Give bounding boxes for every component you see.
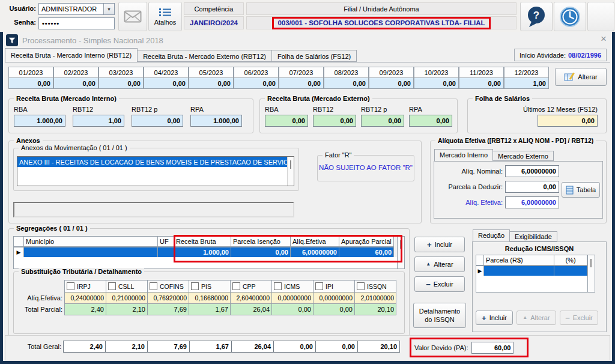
- col-aliq-efetiva: Alíq.Efetiva: [290, 236, 339, 247]
- total-parcial-row-label: Total Parcial:: [14, 306, 62, 313]
- reducao-grid-body: [476, 276, 588, 293]
- aliq-efetiva-cell: 2,60400000: [230, 292, 272, 304]
- month-header: 06/2023: [234, 67, 279, 78]
- month-header: 02/2023: [53, 67, 98, 78]
- excluir-reducao-button[interactable]: −Excluir: [560, 311, 598, 325]
- cell-municipio: [23, 247, 158, 258]
- aliq-efetiva-cell: 2,01000000: [354, 292, 396, 304]
- field-label: RBT12 p: [361, 106, 404, 113]
- alterar-segregacao-button[interactable]: ▲Alterar: [414, 256, 465, 272]
- chevron-down-icon[interactable]: ▼: [103, 4, 114, 14]
- excluir-segregacao-button[interactable]: −Excluir: [414, 276, 465, 292]
- anexos-listbox[interactable]: ANEXO III - RECEITAS DE LOCACAO DE BENS …: [17, 156, 294, 186]
- month-header: 05/2023: [189, 67, 234, 78]
- cell-aliq-efetiva: 6,00000000: [290, 247, 339, 258]
- total-parcial-cell: 26,04: [230, 303, 272, 315]
- shortcuts-button[interactable]: Atalhos: [148, 2, 182, 31]
- clock-button[interactable]: [554, 2, 586, 31]
- password-field[interactable]: ••••••: [38, 17, 115, 29]
- filial-label: Filial / Unidade Autônoma: [246, 2, 517, 15]
- tab-mercado-interno[interactable]: Receita Bruta - Mercado Interno (RBT12): [5, 48, 138, 62]
- segregacoes-selected-row[interactable]: ▶ 1.000,00 0,00 6,00000000 60,00: [13, 247, 394, 258]
- app-screen: Usuário: ADMINISTRADOR ▼ Senha: •••••• A…: [0, 0, 615, 364]
- tax-checkbox[interactable]: [67, 282, 74, 290]
- tax-label: PIS: [201, 283, 211, 290]
- anexo-selected-item[interactable]: ANEXO III - RECEITAS DE LOCACAO DE BENS …: [17, 157, 294, 167]
- close-icon[interactable]: ×: [598, 33, 609, 45]
- tax-checkbox[interactable]: [357, 282, 365, 290]
- month-header: 08/2023: [324, 67, 369, 78]
- reducao-selected-row[interactable]: ▶: [476, 265, 587, 276]
- triangle-icon: ▲: [426, 262, 431, 267]
- tab-reducao[interactable]: Redução: [473, 229, 510, 241]
- segregacoes-scrollbar[interactable]: [397, 236, 405, 269]
- cell-uf: [157, 247, 174, 258]
- month-value: 0,00: [189, 77, 234, 89]
- detalhamento-issqn-button[interactable]: Detalhamento do ISSQN: [413, 303, 466, 328]
- field-label: RBT12: [73, 106, 124, 113]
- tax-checkbox[interactable]: [232, 282, 240, 290]
- total-geral-cell: 20,10: [357, 341, 400, 353]
- tax-checkbox[interactable]: [315, 282, 323, 290]
- fs12-label: Últimos 12 Meses (FS12): [523, 106, 598, 113]
- filial-panel: 003/001 - SOFOLHA SOLUCOES CORPORATIVAS …: [246, 16, 517, 29]
- field-value: 1.000,00: [190, 115, 242, 127]
- group-folha-salarios: Folha de Salários Últimos 12 Meses (FS12…: [467, 99, 607, 133]
- parcela-deduzir-value: 0,00: [505, 181, 559, 193]
- tab-aliq-mercado-externo[interactable]: Mercado Externo: [493, 151, 554, 161]
- tab-exigibilidade[interactable]: Exigibilidade: [510, 231, 557, 241]
- clock-icon: [559, 5, 581, 28]
- field-label: RBT12 p: [132, 106, 183, 113]
- aliq-efetiva-value: 6,00000000: [505, 196, 559, 208]
- month-value: 0,00: [414, 77, 459, 89]
- field-label: RBA: [14, 106, 65, 113]
- alterar-months-button[interactable]: Alterar: [555, 68, 607, 86]
- col-receita-bruta: Receita Bruta: [174, 236, 231, 247]
- total-geral-cell: 2,40: [63, 341, 106, 353]
- reducao-title: Redução ICMS/ISSQN: [473, 242, 606, 252]
- help-button[interactable]: ?: [520, 2, 553, 31]
- tax-checkbox[interactable]: [274, 282, 282, 290]
- tax-header-row: IRPJ CSLL COFINS PIS CPP: [65, 280, 396, 293]
- alterar-reducao-button[interactable]: ▲Alterar: [517, 311, 556, 325]
- valor-devido-highlight-box: Valor Devido (PA): 60,00: [410, 338, 529, 357]
- mail-button[interactable]: [118, 2, 147, 31]
- user-dropdown[interactable]: ADMINISTRADOR ▼: [38, 3, 115, 15]
- aliq-efetiva-cell: 0,00000000: [271, 292, 314, 304]
- tabela-label: Tabela: [577, 186, 596, 193]
- valor-devido-value: 60,00: [471, 342, 514, 354]
- tax-checkbox[interactable]: [108, 282, 116, 290]
- field-value: 0,00: [409, 115, 452, 127]
- envelope-icon: [124, 10, 142, 23]
- anexos-scrollbar[interactable]: [287, 157, 294, 186]
- field-value: 0,00: [132, 115, 183, 127]
- month-value: 0,00: [279, 77, 324, 89]
- incluir-reducao-button[interactable]: +Incluir: [476, 311, 513, 325]
- incluir-segregacao-button[interactable]: +Incluir: [414, 237, 465, 252]
- reducao-tabs: Redução Exigibilidade: [473, 229, 557, 241]
- table-document-icon: [566, 186, 574, 195]
- tax-label: ISSQN: [367, 283, 387, 290]
- month-value: 0,00: [98, 77, 144, 89]
- tab-mercado-externo[interactable]: Receita Bruta - Mercado Externo (RBT12): [138, 50, 272, 62]
- month-value: 0,00: [234, 77, 279, 89]
- group-mercado-interno-title: Receita Bruta (Mercado Interno): [14, 95, 119, 102]
- tab-aliq-mercado-interno[interactable]: Mercado Interno: [434, 149, 493, 161]
- month-header: 01/2023: [8, 67, 53, 78]
- field-value: 0,00: [313, 115, 356, 127]
- top-bar-filler: [587, 2, 614, 31]
- cell-percentual: [554, 265, 587, 276]
- tax-checkbox[interactable]: [191, 282, 199, 290]
- cell-apuracao-parcial: 60,00: [339, 247, 394, 258]
- total-geral-cell: 2,10: [105, 341, 148, 353]
- tab-folha-salarios[interactable]: Folha de Salários (FS12): [272, 50, 357, 62]
- group-mercado-interno: Receita Bruta (Mercado Interno) RBA 1.00…: [8, 99, 253, 133]
- reducao-scrollbar[interactable]: [587, 255, 595, 293]
- tabela-button[interactable]: Tabela: [562, 182, 600, 198]
- reducao-header: Parcela (R$) (%): [476, 255, 587, 265]
- tax-label: IRPJ: [77, 283, 91, 290]
- aliq-efetiva-cell: 0,21000000: [106, 292, 148, 304]
- tax-checkbox[interactable]: [150, 282, 157, 290]
- total-parcial-cell: 7,69: [147, 303, 189, 315]
- row-selector-icon: ▶: [476, 265, 484, 276]
